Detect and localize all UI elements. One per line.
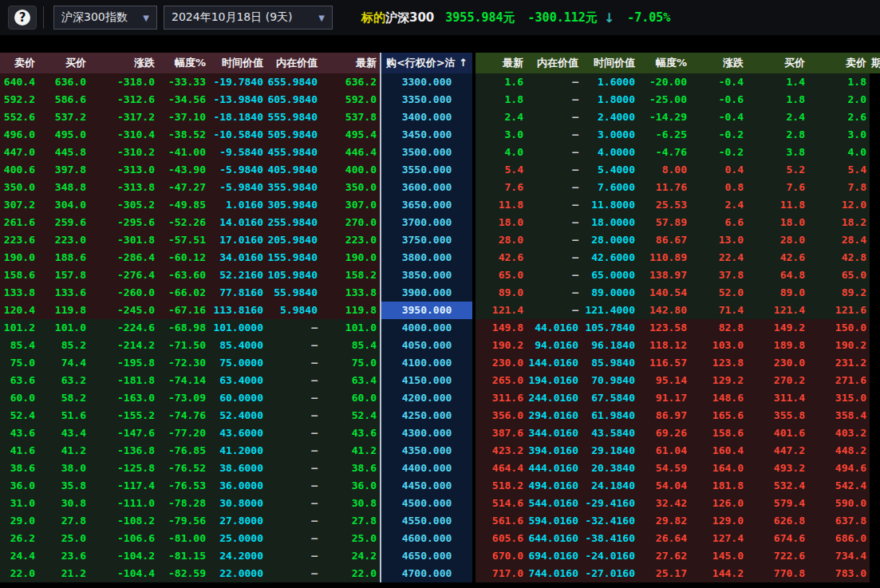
- put-last-cell[interactable]: 717.0: [476, 565, 527, 582]
- call-last-cell[interactable]: 60.0: [321, 389, 380, 407]
- call-last-cell[interactable]: 24.2: [321, 547, 380, 565]
- put-sell-cell[interactable]: 734.4: [808, 547, 870, 565]
- put-sell-cell[interactable]: 590.0: [808, 495, 870, 512]
- put-change-pct-cell[interactable]: 11.76: [638, 179, 690, 196]
- put-last-cell[interactable]: 42.6: [476, 249, 527, 266]
- call-buy-cell[interactable]: 38.0: [38, 460, 89, 477]
- instrument-select[interactable]: 沪深300指数 ▼: [53, 6, 157, 30]
- put-time-value-cell[interactable]: 4.0000: [582, 144, 638, 161]
- call-last-cell[interactable]: 27.8: [321, 512, 380, 530]
- put-buy-cell[interactable]: 447.2: [747, 442, 808, 460]
- strike-cell[interactable]: 3450.000: [381, 126, 472, 144]
- call-change-cell[interactable]: -305.2: [89, 196, 158, 214]
- call-change-pct-cell[interactable]: -34.56: [158, 91, 209, 109]
- put-last-cell[interactable]: 4.0: [476, 144, 527, 161]
- call-intrinsic-value-cell[interactable]: 655.9840: [266, 73, 321, 91]
- call-last-cell[interactable]: 307.0: [321, 196, 380, 214]
- put-intrinsic-value-cell[interactable]: 744.0160: [527, 565, 582, 582]
- call-change-cell[interactable]: -147.6: [89, 424, 158, 442]
- call-change-cell[interactable]: -318.0: [89, 73, 158, 91]
- put-change-cell[interactable]: 103.0: [690, 337, 747, 354]
- call-buy-cell[interactable]: 35.8: [38, 477, 89, 495]
- put-intrinsic-value-cell[interactable]: —: [527, 109, 582, 126]
- call-intrinsic-value-cell[interactable]: —: [266, 354, 321, 372]
- put-change-pct-cell[interactable]: -20.00: [638, 73, 690, 91]
- call-change-cell[interactable]: -317.2: [89, 109, 158, 126]
- call-change-cell[interactable]: -117.4: [89, 477, 158, 495]
- call-change-pct-cell[interactable]: -38.52: [158, 126, 209, 144]
- call-sell-cell[interactable]: 261.6: [0, 214, 38, 231]
- put-buy-cell[interactable]: 11.8: [747, 196, 808, 214]
- put-buy-cell[interactable]: 770.8: [747, 565, 808, 582]
- put-intrinsic-value-cell[interactable]: —: [527, 249, 582, 266]
- put-last-cell[interactable]: 7.6: [476, 179, 527, 196]
- call-last-cell[interactable]: 75.0: [321, 354, 380, 372]
- header-put-intrinsic-value[interactable]: 内在价值: [527, 53, 582, 73]
- call-change-cell[interactable]: -108.2: [89, 512, 158, 530]
- strike-cell[interactable]: 3500.000: [381, 144, 472, 161]
- put-change-pct-cell[interactable]: 86.97: [638, 407, 690, 424]
- put-change-cell[interactable]: 127.4: [690, 530, 747, 547]
- call-intrinsic-value-cell[interactable]: —: [266, 407, 321, 424]
- strike-cell[interactable]: 3900.000: [381, 284, 472, 302]
- put-change-pct-cell[interactable]: -4.76: [638, 144, 690, 161]
- put-sell-cell[interactable]: 494.6: [808, 460, 870, 477]
- put-time-value-cell[interactable]: -38.4160: [582, 530, 638, 547]
- header-put-last[interactable]: 最新: [476, 53, 527, 73]
- put-buy-cell[interactable]: 64.8: [747, 266, 808, 284]
- put-sell-cell[interactable]: 4.0: [808, 144, 870, 161]
- put-time-value-cell[interactable]: 2.4000: [582, 109, 638, 126]
- put-intrinsic-value-cell[interactable]: 644.0160: [527, 530, 582, 547]
- put-last-cell[interactable]: 514.6: [476, 495, 527, 512]
- put-intrinsic-value-cell[interactable]: 594.0160: [527, 512, 582, 530]
- put-intrinsic-value-cell[interactable]: 394.0160: [527, 442, 582, 460]
- put-change-pct-cell[interactable]: 8.00: [638, 161, 690, 179]
- call-buy-cell[interactable]: 348.8: [38, 179, 89, 196]
- put-buy-cell[interactable]: 532.4: [747, 477, 808, 495]
- call-sell-cell[interactable]: 640.4: [0, 73, 38, 91]
- put-sell-cell[interactable]: 2.6: [808, 109, 870, 126]
- strike-cell[interactable]: 4500.000: [381, 495, 472, 512]
- strike-cell[interactable]: 4650.000: [381, 547, 472, 565]
- strike-cell[interactable]: 3750.000: [381, 231, 472, 249]
- put-change-pct-cell[interactable]: 61.04: [638, 442, 690, 460]
- put-intrinsic-value-cell[interactable]: —: [527, 284, 582, 302]
- put-intrinsic-value-cell[interactable]: —: [527, 266, 582, 284]
- call-time-value-cell[interactable]: 14.0160: [209, 214, 266, 231]
- call-intrinsic-value-cell[interactable]: 555.9840: [266, 109, 321, 126]
- put-time-value-cell[interactable]: 43.5840: [582, 424, 638, 442]
- put-change-pct-cell[interactable]: 95.14: [638, 372, 690, 389]
- put-sell-cell[interactable]: 42.8: [808, 249, 870, 266]
- put-change-pct-cell[interactable]: 69.26: [638, 424, 690, 442]
- call-sell-cell[interactable]: 26.2: [0, 530, 38, 547]
- put-last-cell[interactable]: 670.0: [476, 547, 527, 565]
- call-change-cell[interactable]: -214.2: [89, 337, 158, 354]
- put-change-pct-cell[interactable]: 25.17: [638, 565, 690, 582]
- put-buy-cell[interactable]: 230.0: [747, 354, 808, 372]
- call-change-pct-cell[interactable]: -63.60: [158, 266, 209, 284]
- call-time-value-cell[interactable]: 60.0000: [209, 389, 266, 407]
- put-intrinsic-value-cell[interactable]: 694.0160: [527, 547, 582, 565]
- call-sell-cell[interactable]: 120.4: [0, 302, 38, 319]
- call-change-cell[interactable]: -301.8: [89, 231, 158, 249]
- strike-cell[interactable]: 4450.000: [381, 477, 472, 495]
- put-change-cell[interactable]: 71.4: [690, 302, 747, 319]
- call-sell-cell[interactable]: 38.6: [0, 460, 38, 477]
- put-last-cell[interactable]: 121.4: [476, 302, 527, 319]
- call-change-pct-cell[interactable]: -73.09: [158, 389, 209, 407]
- put-change-cell[interactable]: -0.4: [690, 73, 747, 91]
- call-change-cell[interactable]: -181.8: [89, 372, 158, 389]
- call-time-value-cell[interactable]: 27.8000: [209, 512, 266, 530]
- strike-cell-selected[interactable]: 3950.000: [381, 302, 472, 319]
- header-put-code[interactable]: 期: [870, 53, 880, 73]
- put-change-pct-cell[interactable]: 57.89: [638, 214, 690, 231]
- put-last-cell[interactable]: 89.0: [476, 284, 527, 302]
- call-change-cell[interactable]: -313.0: [89, 161, 158, 179]
- header-call-time-value[interactable]: 时间价值: [209, 53, 266, 73]
- call-last-cell[interactable]: 43.6: [321, 424, 380, 442]
- put-last-cell[interactable]: 464.4: [476, 460, 527, 477]
- call-change-pct-cell[interactable]: -79.56: [158, 512, 209, 530]
- put-change-cell[interactable]: 126.0: [690, 495, 747, 512]
- put-time-value-cell[interactable]: 67.5840: [582, 389, 638, 407]
- call-last-cell[interactable]: 133.8: [321, 284, 380, 302]
